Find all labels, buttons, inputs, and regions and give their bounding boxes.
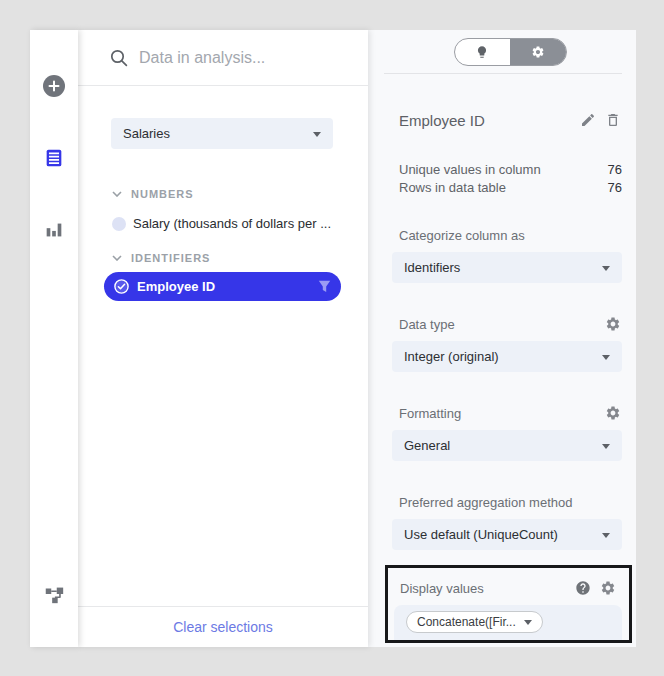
chevron-down-icon [112,191,122,197]
display-values-help-button[interactable] [575,580,592,597]
formatting-settings-button[interactable] [605,405,622,422]
chevron-down-icon [524,620,532,625]
search-icon [110,49,128,67]
chevron-down-icon [602,266,610,271]
panel-mode-toggle [454,38,567,66]
divider [384,73,622,74]
column-stats: Unique values in column 76 Rows in data … [384,160,622,196]
stat-row: Rows in data table 76 [384,178,622,196]
select-value: Integer (original) [404,349,499,364]
section-header-identifiers[interactable]: IDENTIFIERS [78,251,368,265]
column-dot-icon [112,217,126,231]
chevron-down-icon [602,444,610,449]
search-bar [78,30,368,86]
data-list-tab[interactable] [43,147,65,169]
chevron-down-icon [602,355,610,360]
field-label-row: Formatting [384,405,622,421]
left-toolbar-rail [30,30,78,647]
help-icon [575,580,591,596]
field-label: Formatting [399,406,597,421]
field-label-row: Data type [384,316,622,332]
section-header-numbers[interactable]: NUMBERS [78,187,368,201]
column-heading-row: Employee ID [384,110,622,130]
display-values-label-row: Display values [388,568,629,596]
chevron-down-icon [313,132,321,137]
column-item-salary[interactable]: Salary (thousands of dollars per ... [78,214,368,233]
display-values-settings-button[interactable] [600,580,617,597]
trash-icon [605,112,621,128]
plus-icon [43,75,65,97]
section-label: NUMBERS [131,188,194,200]
data-in-analysis-panel: Salaries NUMBERS Salary (thousands of do… [30,30,636,647]
data-type-select[interactable]: Integer (original) [392,341,622,372]
gear-icon [531,45,545,59]
gear-icon [600,580,616,596]
pencil-icon [580,112,596,128]
column-item-label: Salary (thousands of dollars per ... [133,216,331,231]
filter-icon[interactable] [318,280,331,293]
insights-toggle-button[interactable] [455,39,511,65]
field-label: Preferred aggregation method [399,495,622,510]
field-label: Display values [400,581,567,596]
rename-column-button[interactable] [580,112,597,129]
field-label: Categorize column as [399,228,622,243]
lightbulb-icon [475,45,489,59]
bar-chart-icon [43,219,65,241]
stat-label: Unique values in column [399,162,608,177]
field-label-row: Categorize column as [384,227,622,243]
chevron-down-icon [112,255,122,261]
chevron-down-icon [602,533,610,538]
delete-column-button[interactable] [605,112,622,129]
data-table-selector-value: Salaries [123,126,170,141]
column-item-label: Employee ID [137,279,318,294]
visualizations-tab[interactable] [43,219,65,241]
gear-icon [605,316,621,332]
stat-value: 76 [608,162,622,177]
data-table-selector[interactable]: Salaries [111,118,333,149]
stat-row: Unique values in column 76 [384,160,622,178]
display-values-annotation-box: Display values Concatenate([Fir... [385,565,632,643]
flowchart-icon [43,583,65,605]
column-details-panel: Employee ID Unique values in column 76 R… [368,30,636,647]
section-label: IDENTIFIERS [131,252,210,264]
check-circle-icon [114,279,129,294]
stat-label: Rows in data table [399,180,608,195]
select-value: Use default (UniqueCount) [404,527,558,542]
display-values-field: Concatenate([Fir... [394,605,622,640]
data-canvas-tab[interactable] [43,583,65,605]
expression-value: Concatenate([Fir... [417,615,516,629]
column-list-panel: Salaries NUMBERS Salary (thousands of do… [78,30,368,647]
preferred-aggregation-select[interactable]: Use default (UniqueCount) [392,519,622,550]
select-value: Identifiers [404,260,460,275]
categorize-column-select[interactable]: Identifiers [392,252,622,283]
clear-selections-link[interactable]: Clear selections [173,619,273,635]
search-input[interactable] [139,49,339,67]
stat-value: 76 [608,180,622,195]
select-value: General [404,438,450,453]
column-list-footer: Clear selections [78,606,368,647]
gear-icon [605,405,621,421]
formatting-select[interactable]: General [392,430,622,461]
settings-toggle-button[interactable] [510,39,566,65]
field-label: Data type [399,317,597,332]
display-values-expression-dropdown[interactable]: Concatenate([Fir... [406,611,543,633]
add-data-button[interactable] [43,75,65,97]
data-table-icon [43,147,65,169]
panel-mode-toggle-row [384,38,622,66]
field-label-row: Preferred aggregation method [384,494,622,510]
column-title: Employee ID [399,112,572,129]
column-item-employee-id-selected[interactable]: Employee ID [104,272,341,301]
data-type-settings-button[interactable] [605,316,622,333]
